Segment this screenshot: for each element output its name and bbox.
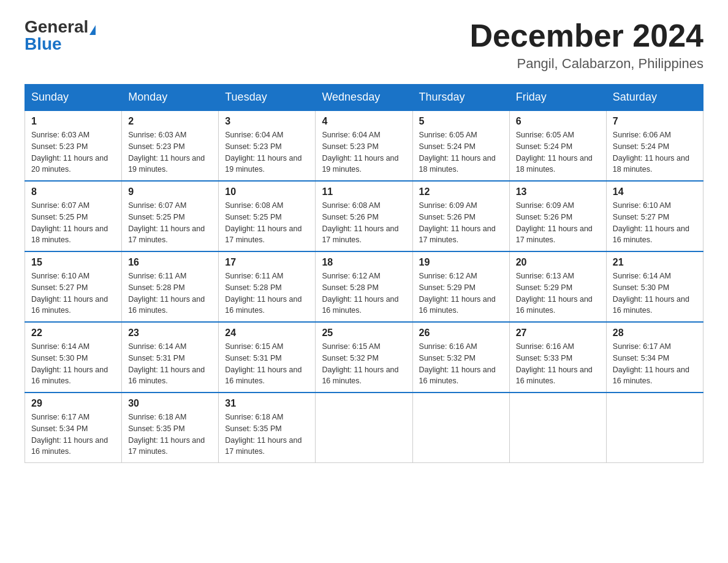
day-info: Sunrise: 6:16 AMSunset: 5:32 PMDaylight:… [419, 342, 496, 385]
day-cell: 6 Sunrise: 6:05 AMSunset: 5:24 PMDayligh… [509, 110, 606, 181]
day-info: Sunrise: 6:05 AMSunset: 5:24 PMDaylight:… [419, 131, 496, 174]
day-info: Sunrise: 6:11 AMSunset: 5:28 PMDaylight:… [128, 272, 205, 315]
month-title: December 2024 [469, 18, 703, 53]
day-number: 20 [516, 257, 600, 268]
day-cell: 30 Sunrise: 6:18 AMSunset: 5:35 PMDaylig… [122, 393, 219, 463]
day-info: Sunrise: 6:16 AMSunset: 5:33 PMDaylight:… [516, 342, 593, 385]
day-cell: 22 Sunrise: 6:14 AMSunset: 5:30 PMDaylig… [25, 322, 122, 393]
location: Pangil, Calabarzon, Philippines [469, 56, 703, 72]
day-number: 17 [225, 257, 309, 268]
day-info: Sunrise: 6:12 AMSunset: 5:28 PMDaylight:… [322, 272, 398, 315]
day-number: 16 [128, 257, 212, 268]
day-info: Sunrise: 6:04 AMSunset: 5:23 PMDaylight:… [225, 131, 301, 174]
day-number: 12 [419, 186, 503, 197]
day-number: 27 [516, 327, 600, 339]
day-cell: 23 Sunrise: 6:14 AMSunset: 5:31 PMDaylig… [122, 322, 219, 393]
day-info: Sunrise: 6:03 AMSunset: 5:23 PMDaylight:… [128, 131, 205, 174]
day-number: 14 [613, 186, 697, 197]
calendar-table: SundayMondayTuesdayWednesdayThursdayFrid… [25, 84, 703, 463]
day-info: Sunrise: 6:09 AMSunset: 5:26 PMDaylight:… [516, 201, 593, 244]
day-cell: 26 Sunrise: 6:16 AMSunset: 5:32 PMDaylig… [412, 322, 509, 393]
week-row-3: 15 Sunrise: 6:10 AMSunset: 5:27 PMDaylig… [25, 251, 703, 322]
week-row-2: 8 Sunrise: 6:07 AMSunset: 5:25 PMDayligh… [25, 181, 703, 251]
header-cell-monday: Monday [122, 85, 219, 111]
day-cell: 14 Sunrise: 6:10 AMSunset: 5:27 PMDaylig… [606, 181, 703, 251]
day-number: 13 [516, 186, 600, 197]
header-row: SundayMondayTuesdayWednesdayThursdayFrid… [25, 85, 703, 111]
day-cell: 16 Sunrise: 6:11 AMSunset: 5:28 PMDaylig… [122, 251, 219, 322]
day-number: 31 [225, 398, 309, 409]
day-number: 28 [613, 327, 697, 339]
day-number: 7 [613, 116, 697, 127]
day-number: 19 [419, 257, 503, 268]
header-cell-friday: Friday [509, 85, 606, 111]
day-cell [606, 393, 703, 463]
day-number: 3 [225, 116, 309, 127]
logo: General Blue [25, 18, 96, 53]
title-block: December 2024 Pangil, Calabarzon, Philip… [469, 18, 703, 72]
logo-blue-text: Blue [25, 34, 62, 53]
day-info: Sunrise: 6:13 AMSunset: 5:29 PMDaylight:… [516, 272, 593, 315]
day-info: Sunrise: 6:07 AMSunset: 5:25 PMDaylight:… [31, 201, 108, 244]
day-cell: 1 Sunrise: 6:03 AMSunset: 5:23 PMDayligh… [25, 110, 122, 181]
day-info: Sunrise: 6:08 AMSunset: 5:26 PMDaylight:… [322, 201, 398, 244]
day-info: Sunrise: 6:17 AMSunset: 5:34 PMDaylight:… [613, 342, 689, 385]
day-number: 26 [419, 327, 503, 339]
day-info: Sunrise: 6:04 AMSunset: 5:23 PMDaylight:… [322, 131, 398, 174]
day-info: Sunrise: 6:14 AMSunset: 5:31 PMDaylight:… [128, 342, 205, 385]
day-info: Sunrise: 6:12 AMSunset: 5:29 PMDaylight:… [419, 272, 496, 315]
day-number: 24 [225, 327, 309, 339]
day-info: Sunrise: 6:14 AMSunset: 5:30 PMDaylight:… [613, 272, 689, 315]
day-info: Sunrise: 6:15 AMSunset: 5:31 PMDaylight:… [225, 342, 301, 385]
day-info: Sunrise: 6:06 AMSunset: 5:24 PMDaylight:… [613, 131, 689, 174]
day-cell: 9 Sunrise: 6:07 AMSunset: 5:25 PMDayligh… [122, 181, 219, 251]
day-cell: 7 Sunrise: 6:06 AMSunset: 5:24 PMDayligh… [606, 110, 703, 181]
day-number: 10 [225, 186, 309, 197]
calendar-header: SundayMondayTuesdayWednesdayThursdayFrid… [25, 85, 703, 111]
page-header: General Blue December 2024 Pangil, Calab… [25, 18, 703, 72]
day-number: 21 [613, 257, 697, 268]
day-cell: 17 Sunrise: 6:11 AMSunset: 5:28 PMDaylig… [219, 251, 316, 322]
day-cell: 25 Sunrise: 6:15 AMSunset: 5:32 PMDaylig… [316, 322, 412, 393]
day-cell: 24 Sunrise: 6:15 AMSunset: 5:31 PMDaylig… [219, 322, 316, 393]
header-cell-tuesday: Tuesday [219, 85, 316, 111]
day-info: Sunrise: 6:18 AMSunset: 5:35 PMDaylight:… [128, 413, 205, 456]
day-number: 2 [128, 116, 212, 127]
day-cell: 21 Sunrise: 6:14 AMSunset: 5:30 PMDaylig… [606, 251, 703, 322]
day-cell: 10 Sunrise: 6:08 AMSunset: 5:25 PMDaylig… [219, 181, 316, 251]
logo-general-text: General [25, 17, 88, 36]
header-cell-saturday: Saturday [606, 85, 703, 111]
day-cell: 3 Sunrise: 6:04 AMSunset: 5:23 PMDayligh… [219, 110, 316, 181]
day-number: 30 [128, 398, 212, 409]
day-info: Sunrise: 6:15 AMSunset: 5:32 PMDaylight:… [322, 342, 398, 385]
day-number: 25 [322, 327, 406, 339]
day-number: 29 [31, 398, 115, 409]
day-number: 23 [128, 327, 212, 339]
day-number: 5 [419, 116, 503, 127]
header-cell-sunday: Sunday [25, 85, 122, 111]
logo-top: General [25, 18, 96, 36]
day-cell [316, 393, 412, 463]
day-info: Sunrise: 6:14 AMSunset: 5:30 PMDaylight:… [31, 342, 108, 385]
day-info: Sunrise: 6:18 AMSunset: 5:35 PMDaylight:… [225, 413, 301, 456]
day-cell: 28 Sunrise: 6:17 AMSunset: 5:34 PMDaylig… [606, 322, 703, 393]
week-row-1: 1 Sunrise: 6:03 AMSunset: 5:23 PMDayligh… [25, 110, 703, 181]
day-cell: 27 Sunrise: 6:16 AMSunset: 5:33 PMDaylig… [509, 322, 606, 393]
day-cell: 2 Sunrise: 6:03 AMSunset: 5:23 PMDayligh… [122, 110, 219, 181]
day-number: 11 [322, 186, 406, 197]
day-cell: 12 Sunrise: 6:09 AMSunset: 5:26 PMDaylig… [412, 181, 509, 251]
day-info: Sunrise: 6:10 AMSunset: 5:27 PMDaylight:… [31, 272, 108, 315]
day-info: Sunrise: 6:07 AMSunset: 5:25 PMDaylight:… [128, 201, 205, 244]
day-number: 15 [31, 257, 115, 268]
logo-triangle-icon [89, 25, 96, 35]
day-number: 18 [322, 257, 406, 268]
day-info: Sunrise: 6:08 AMSunset: 5:25 PMDaylight:… [225, 201, 301, 244]
day-cell: 4 Sunrise: 6:04 AMSunset: 5:23 PMDayligh… [316, 110, 412, 181]
day-number: 8 [31, 186, 115, 197]
week-row-4: 22 Sunrise: 6:14 AMSunset: 5:30 PMDaylig… [25, 322, 703, 393]
calendar-body: 1 Sunrise: 6:03 AMSunset: 5:23 PMDayligh… [25, 110, 703, 463]
day-info: Sunrise: 6:05 AMSunset: 5:24 PMDaylight:… [516, 131, 593, 174]
day-info: Sunrise: 6:03 AMSunset: 5:23 PMDaylight:… [31, 131, 108, 174]
day-cell: 29 Sunrise: 6:17 AMSunset: 5:34 PMDaylig… [25, 393, 122, 463]
day-cell: 11 Sunrise: 6:08 AMSunset: 5:26 PMDaylig… [316, 181, 412, 251]
